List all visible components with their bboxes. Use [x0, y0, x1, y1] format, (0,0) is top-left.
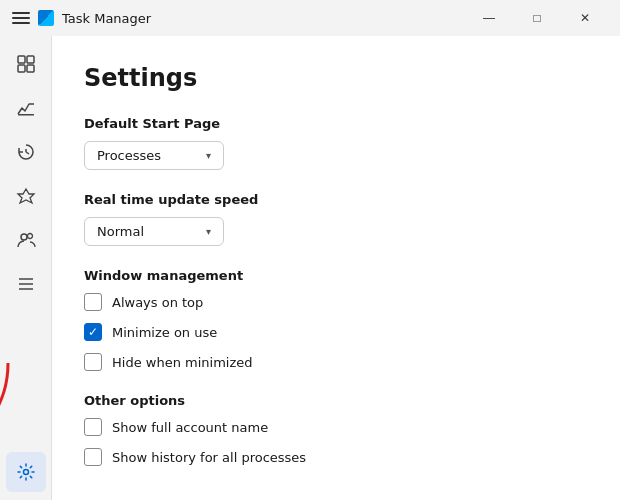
checkbox-label-hide-when-minimized: Hide when minimized [112, 355, 253, 370]
checkbox-box-minimize-on-use[interactable] [84, 323, 102, 341]
sidebar-item-settings[interactable] [6, 452, 46, 492]
details-icon [16, 274, 36, 294]
window-management-label: Window management [84, 268, 588, 283]
svg-rect-0 [18, 56, 25, 63]
sidebar-item-history[interactable] [6, 132, 46, 172]
default-start-page-dropdown[interactable]: Processes ▾ [84, 141, 224, 170]
svg-rect-1 [27, 56, 34, 63]
svg-rect-3 [27, 65, 34, 72]
update-speed-value: Normal [97, 224, 144, 239]
processes-icon [16, 54, 36, 74]
svg-point-14 [23, 470, 28, 475]
checkbox-hide-when-minimized[interactable]: Hide when minimized [84, 353, 588, 371]
svg-rect-2 [18, 65, 25, 72]
performance-icon [16, 98, 36, 118]
section-other-options: Other options Show full account name Sho… [84, 393, 588, 466]
arrow-indicator [0, 358, 18, 448]
hamburger-menu[interactable] [12, 12, 30, 24]
svg-marker-7 [18, 189, 34, 203]
app-icon [38, 10, 54, 26]
sidebar-item-details[interactable] [6, 264, 46, 304]
sidebar [0, 36, 52, 500]
default-start-page-value: Processes [97, 148, 161, 163]
chevron-down-icon-2: ▾ [206, 226, 211, 237]
sidebar-item-processes[interactable] [6, 44, 46, 84]
update-speed-label: Real time update speed [84, 192, 588, 207]
checkbox-label-always-on-top: Always on top [112, 295, 203, 310]
default-start-page-label: Default Start Page [84, 116, 588, 131]
section-update-speed: Real time update speed Normal ▾ [84, 192, 588, 246]
minimize-button[interactable]: — [466, 4, 512, 32]
history-icon [16, 142, 36, 162]
svg-point-8 [21, 234, 27, 240]
checkbox-always-on-top[interactable]: Always on top [84, 293, 588, 311]
close-button[interactable]: ✕ [562, 4, 608, 32]
page-title: Settings [84, 64, 588, 92]
users-icon [16, 230, 36, 250]
section-window-management: Window management Always on top Minimize… [84, 268, 588, 371]
sidebar-item-users[interactable] [6, 220, 46, 260]
svg-point-9 [27, 234, 32, 239]
sidebar-bottom [6, 452, 46, 492]
checkbox-show-full-account-name[interactable]: Show full account name [84, 418, 588, 436]
svg-line-6 [26, 152, 29, 154]
checkbox-show-history-all-processes[interactable]: Show history for all processes [84, 448, 588, 466]
titlebar-left: Task Manager [12, 10, 151, 26]
checkbox-box-hide-when-minimized[interactable] [84, 353, 102, 371]
titlebar: Task Manager — □ ✕ [0, 0, 620, 36]
checkbox-box-show-history-all-processes[interactable] [84, 448, 102, 466]
sidebar-item-startup[interactable] [6, 176, 46, 216]
checkbox-label-minimize-on-use: Minimize on use [112, 325, 217, 340]
checkbox-label-show-full-account-name: Show full account name [112, 420, 268, 435]
checkbox-box-always-on-top[interactable] [84, 293, 102, 311]
section-default-start-page: Default Start Page Processes ▾ [84, 116, 588, 170]
content-area: Settings Default Start Page Processes ▾ … [52, 36, 620, 500]
window-title: Task Manager [62, 11, 151, 26]
app-body: Settings Default Start Page Processes ▾ … [0, 36, 620, 500]
svg-rect-4 [18, 114, 34, 116]
checkbox-label-show-history-all-processes: Show history for all processes [112, 450, 306, 465]
other-options-label: Other options [84, 393, 588, 408]
chevron-down-icon: ▾ [206, 150, 211, 161]
checkbox-box-show-full-account-name[interactable] [84, 418, 102, 436]
maximize-button[interactable]: □ [514, 4, 560, 32]
window-controls: — □ ✕ [466, 4, 608, 32]
sidebar-item-performance[interactable] [6, 88, 46, 128]
update-speed-dropdown[interactable]: Normal ▾ [84, 217, 224, 246]
settings-icon [16, 462, 36, 482]
checkbox-minimize-on-use[interactable]: Minimize on use [84, 323, 588, 341]
startup-icon [16, 186, 36, 206]
